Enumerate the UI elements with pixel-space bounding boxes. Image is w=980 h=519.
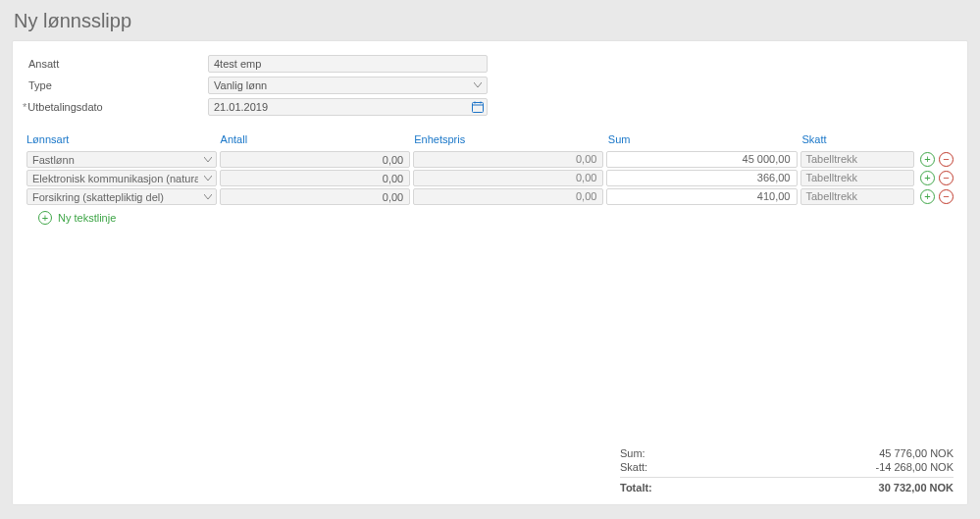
skatt-value: Tabelltrekk xyxy=(800,188,914,205)
svg-rect-0 xyxy=(473,103,484,113)
lines-grid: Lønnsart Antall Enhetspris Sum Skatt 0,0… xyxy=(26,133,954,225)
totals-skatt-value: -14 268,00 NOK xyxy=(876,461,954,473)
lonnsart-input[interactable] xyxy=(26,188,217,205)
header-enhetspris: Enhetspris xyxy=(414,133,608,145)
lonnsart-input[interactable] xyxy=(26,151,217,168)
page-title: Ny lønnsslipp xyxy=(14,10,968,32)
totals-grand-label: Totalt: xyxy=(620,482,652,493)
enhetspris-value: 0,00 xyxy=(413,151,603,168)
add-row-button[interactable]: + xyxy=(920,189,935,204)
label-ansatt: Ansatt xyxy=(26,58,208,70)
grid-row: 0,00 366,00 Tabelltrekk + − xyxy=(26,169,954,187)
sum-value: 410,00 xyxy=(606,188,797,205)
row-type: Type xyxy=(26,77,954,94)
grid-row: 0,00 410,00 Tabelltrekk + − xyxy=(26,187,954,206)
add-row-button[interactable]: + xyxy=(920,152,935,167)
antall-input[interactable] xyxy=(220,151,410,168)
chevron-down-icon[interactable] xyxy=(202,154,214,166)
new-text-line-label: Ny tekstlinje xyxy=(58,212,116,224)
header-antall: Antall xyxy=(221,133,415,145)
chevron-down-icon[interactable] xyxy=(202,191,214,203)
skatt-value: Tabelltrekk xyxy=(800,170,914,186)
enhetspris-value: 0,00 xyxy=(413,170,603,186)
enhetspris-value: 0,00 xyxy=(413,188,603,205)
totals-grand-value: 30 732,00 NOK xyxy=(879,482,954,493)
remove-row-button[interactable]: − xyxy=(939,152,954,167)
grid-row: 0,00 45 000,00 Tabelltrekk + − xyxy=(26,150,954,169)
ansatt-input[interactable] xyxy=(208,55,488,73)
add-row-button[interactable]: + xyxy=(920,171,935,185)
lonnsart-input[interactable] xyxy=(26,170,217,186)
grid-header: Lønnsart Antall Enhetspris Sum Skatt xyxy=(26,133,954,150)
header-sum: Sum xyxy=(608,133,802,145)
totals-panel: Sum: 45 776,00 NOK Skatt: -14 268,00 NOK… xyxy=(620,446,954,494)
plus-icon: + xyxy=(38,211,52,225)
remove-row-button[interactable]: − xyxy=(939,171,954,185)
header-lonnsart: Lønnsart xyxy=(26,133,221,145)
totals-sum-value: 45 776,00 NOK xyxy=(879,447,954,459)
header-skatt: Skatt xyxy=(801,133,918,145)
label-type: Type xyxy=(26,79,208,91)
row-utbetalingsdato: Utbetalingsdato xyxy=(26,98,954,116)
row-ansatt: Ansatt xyxy=(26,55,954,73)
chevron-down-icon[interactable] xyxy=(471,78,485,92)
antall-input[interactable] xyxy=(220,170,410,186)
calendar-icon[interactable] xyxy=(471,100,485,114)
totals-sum-label: Sum: xyxy=(620,447,645,459)
utbetalingsdato-input[interactable] xyxy=(208,98,488,116)
new-text-line-button[interactable]: + Ny tekstlinje xyxy=(38,211,954,225)
type-select[interactable] xyxy=(208,77,488,94)
chevron-down-icon[interactable] xyxy=(202,173,214,184)
sum-value: 45 000,00 xyxy=(606,151,797,168)
antall-input[interactable] xyxy=(220,188,410,205)
label-utbetalingsdato: Utbetalingsdato xyxy=(26,101,208,113)
sum-value: 366,00 xyxy=(606,170,797,186)
payslip-card: Ansatt Type Utbetalingsdato xyxy=(12,40,968,505)
remove-row-button[interactable]: − xyxy=(939,189,954,204)
totals-skatt-label: Skatt: xyxy=(620,461,647,473)
skatt-value: Tabelltrekk xyxy=(800,151,914,168)
